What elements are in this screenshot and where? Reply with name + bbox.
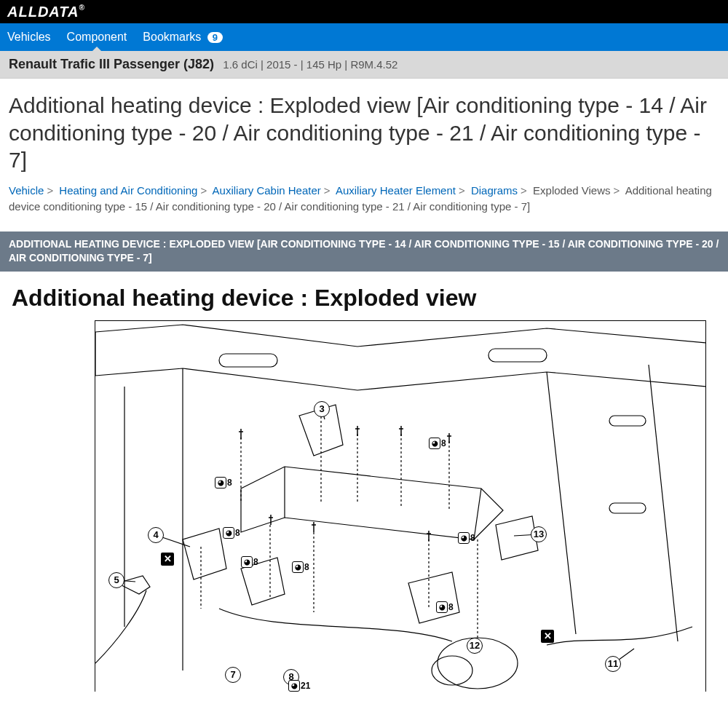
- nav-vehicles[interactable]: Vehicles: [7, 31, 51, 44]
- bookmarks-badge: 9: [207, 32, 223, 43]
- callout-3: 3: [314, 401, 330, 417]
- topbar: ALLDATA®: [0, 0, 728, 23]
- vehicle-bar: Renault Trafic III Passenger (J82) 1.6 d…: [0, 51, 728, 79]
- logo: ALLDATA®: [7, 4, 85, 20]
- crumb-exploded: Exploded Views: [533, 184, 610, 197]
- torque-label: ◕8: [429, 438, 446, 449]
- page-title: Additional heating device : Exploded vie…: [0, 79, 728, 180]
- diagram-linework: [95, 321, 706, 692]
- svg-rect-2: [609, 416, 646, 426]
- crumb-aux-heater[interactable]: Auxiliary Cabin Heater: [213, 184, 321, 197]
- torque-label: ◕8: [292, 561, 309, 573]
- vehicle-name: Renault Trafic III Passenger (J82): [9, 57, 214, 71]
- callout-5: 5: [108, 572, 124, 588]
- crumb-vehicle[interactable]: Vehicle: [9, 184, 44, 197]
- crumb-aux-element[interactable]: Auxiliary Heater Element: [336, 184, 456, 197]
- svg-point-5: [432, 656, 472, 685]
- svg-rect-3: [609, 503, 646, 513]
- callout-4: 4: [148, 527, 164, 543]
- callout-7: 7: [225, 667, 241, 683]
- torque-label: ◕8: [436, 601, 454, 613]
- torque-label: ◕21: [288, 680, 310, 692]
- diagram-wrap: 34578131211◕8◕8◕8◕8◕8◕8◕8◕21✕✕: [0, 320, 728, 692]
- nav-component[interactable]: Component: [67, 31, 127, 44]
- no-reuse-icon: ✕: [161, 553, 174, 566]
- vehicle-spec: 1.6 dCi | 2015 - | 145 Hp | R9M.4.52: [223, 58, 397, 71]
- breadcrumb: Vehicle> Heating and Air Conditioning> A…: [0, 180, 728, 224]
- callout-12: 12: [467, 638, 483, 654]
- exploded-diagram[interactable]: 34578131211◕8◕8◕8◕8◕8◕8◕8◕21✕✕: [95, 320, 706, 692]
- torque-label: ◕8: [241, 556, 258, 568]
- callout-13: 13: [531, 526, 547, 542]
- callout-11: 11: [605, 656, 621, 672]
- svg-rect-0: [219, 354, 277, 367]
- crumb-hvac[interactable]: Heating and Air Conditioning: [59, 184, 197, 197]
- svg-rect-1: [488, 349, 547, 362]
- torque-label: ◕8: [215, 477, 232, 488]
- section-banner: ADDITIONAL HEATING DEVICE : EXPLODED VIE…: [0, 232, 728, 272]
- content-title: Additional heating device : Exploded vie…: [0, 272, 728, 320]
- nav-bookmarks-label: Bookmarks: [143, 31, 201, 43]
- nav-bookmarks[interactable]: Bookmarks 9: [143, 31, 223, 44]
- navbar: Vehicles Component Bookmarks 9: [0, 23, 728, 51]
- no-reuse-icon: ✕: [541, 630, 554, 643]
- torque-label: ◕8: [223, 527, 240, 539]
- crumb-diagrams[interactable]: Diagrams: [471, 184, 518, 197]
- torque-label: ◕8: [458, 532, 475, 544]
